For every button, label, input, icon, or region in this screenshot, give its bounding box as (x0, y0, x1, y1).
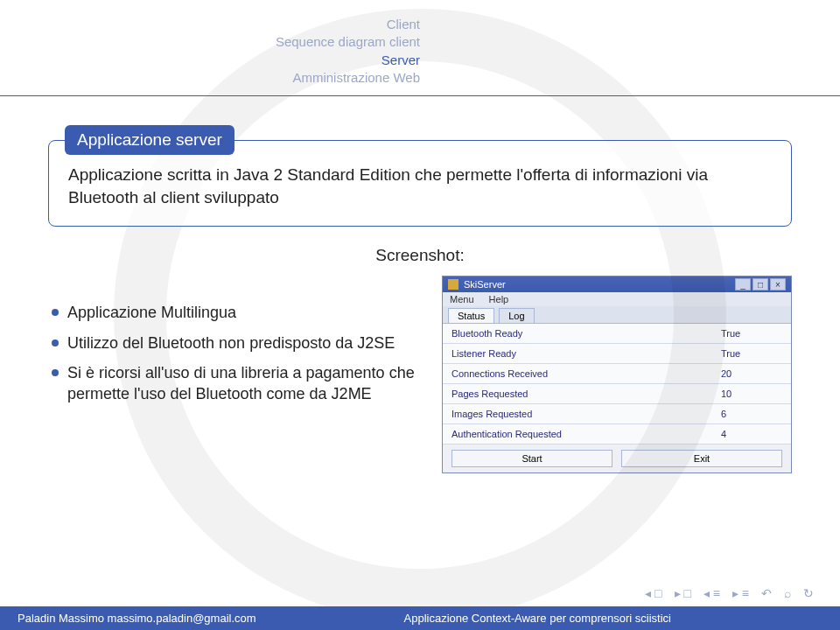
nav-prev-slide-icon[interactable]: ◂ □ (645, 586, 662, 600)
nav-next-frame-icon[interactable]: ▸ ≡ (732, 586, 749, 600)
status-pane: Bluetooth Ready True Listener Ready True… (443, 323, 791, 444)
slide-footer: Paladin Massimo massimo.paladin@gmail.co… (0, 606, 840, 630)
nav-item-admin[interactable]: Amministrazione Web (0, 69, 420, 87)
status-row: Connections Received 20 (443, 364, 791, 384)
nav-item-client[interactable]: Client (0, 16, 420, 33)
menu-item[interactable]: Help (489, 294, 509, 304)
window-maximize-button[interactable]: □ (752, 278, 768, 290)
status-value: True (721, 328, 782, 339)
nav-loop-icon[interactable]: ↻ (803, 586, 814, 600)
exit-button[interactable]: Exit (621, 450, 782, 467)
block-body: Applicazione scritta in Java 2 Standard … (68, 164, 772, 208)
status-value: True (721, 348, 782, 359)
app-tabbar: Status Log (443, 306, 791, 323)
tab-log[interactable]: Log (499, 308, 534, 323)
status-label: Connections Received (452, 368, 721, 379)
start-button[interactable]: Start (452, 450, 612, 467)
status-row: Authentication Requested 4 (443, 424, 791, 444)
app-window: SkiServer _ □ × Menu Help Status Log (442, 276, 792, 473)
list-item: Si è ricorsi all'uso di una libreria a p… (48, 362, 416, 405)
section-nav: Client Sequence diagram client Server Am… (0, 16, 840, 87)
footer-author: Paladin Massimo massimo.paladin@gmail.co… (16, 612, 404, 625)
app-icon (448, 279, 458, 290)
list-item: Applicazione Multilingua (48, 302, 416, 323)
block-title-text: Applicazione server (77, 130, 222, 149)
status-label: Pages Requested (452, 388, 721, 399)
status-label: Images Requested (452, 409, 721, 419)
block-title: Applicazione server (65, 125, 234, 155)
nav-search-icon[interactable]: ⌕ (784, 586, 791, 600)
screenshot-label: Screenshot: (48, 246, 792, 265)
status-row: Images Requested 6 (443, 404, 791, 424)
nav-undo-icon[interactable]: ↶ (761, 586, 772, 600)
menu-item[interactable]: Menu (450, 294, 474, 304)
feature-list: Applicazione Multilingua Utilizzo del Bl… (48, 276, 416, 413)
nav-prev-frame-icon[interactable]: ◂ ≡ (704, 586, 720, 600)
status-value: 10 (721, 388, 782, 399)
app-menubar: Menu Help (443, 292, 791, 306)
window-minimize-button[interactable]: _ (735, 278, 751, 290)
nav-item-server[interactable]: Server (0, 52, 420, 69)
slide-content: Applicazione server Applicazione scritta… (0, 114, 840, 473)
header-divider (0, 95, 840, 96)
status-row: Pages Requested 10 (443, 384, 791, 404)
window-titlebar: SkiServer _ □ × (443, 276, 791, 292)
nav-next-slide-icon[interactable]: ▸ □ (675, 586, 691, 600)
footer-title: Applicazione Context-Aware per comprenso… (404, 612, 824, 625)
status-label: Listener Ready (452, 348, 721, 359)
slide-header: Client Sequence diagram client Server Am… (0, 0, 840, 114)
status-label: Authentication Requested (452, 429, 721, 439)
status-value: 20 (721, 368, 782, 379)
nav-item-sequence[interactable]: Sequence diagram client (0, 33, 420, 51)
title-block: Applicazione server Applicazione scritta… (48, 140, 792, 227)
status-label: Bluetooth Ready (452, 328, 721, 339)
status-value: 4 (721, 429, 782, 439)
window-title: SkiServer (464, 279, 506, 290)
tab-status[interactable]: Status (448, 308, 494, 323)
status-row: Listener Ready True (443, 344, 791, 364)
window-close-button[interactable]: × (770, 278, 786, 290)
app-button-row: Start Exit (443, 444, 791, 472)
status-row: Bluetooth Ready True (443, 324, 791, 344)
status-value: 6 (721, 409, 782, 419)
beamer-nav-icons: ◂ □ ▸ □ ◂ ≡ ▸ ≡ ↶ ⌕ ↻ (645, 586, 814, 600)
list-item: Utilizzo del Bluetooth non predisposto d… (48, 332, 416, 354)
